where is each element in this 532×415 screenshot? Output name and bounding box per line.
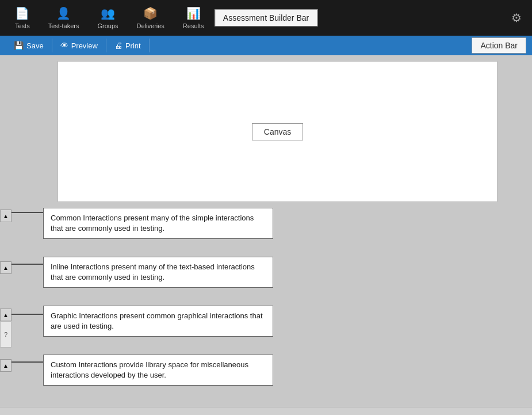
tooltip-inline-text: Inline Interactions present many of the … (51, 262, 255, 281)
groups-label: Groups (97, 22, 118, 29)
groups-icon: 👥 (101, 6, 115, 20)
canvas-label: Canvas (252, 123, 303, 140)
panel-graphic-block: ? (0, 321, 12, 348)
top-navigation: 📄 Tests 👤 Test-takers 👥 Groups 📦 Deliver… (0, 0, 532, 36)
save-icon: 💾 (14, 41, 24, 50)
main-layout: Canvas ▲ ▲ ▲ ? ▲ (0, 55, 532, 415)
action-bar: 💾 Save 👁 Preview 🖨 Print Interaction Act… (0, 36, 532, 55)
panel-custom-arrow[interactable]: ▲ (0, 359, 12, 372)
test-takers-icon: 👤 (56, 6, 71, 20)
panel-common-arrow[interactable]: ▲ (0, 210, 12, 222)
preview-button[interactable]: 👁 Preview (52, 39, 106, 52)
panel-custom: ▲ (0, 359, 12, 372)
gear-icon: ⚙ (511, 12, 522, 24)
results-icon: 📊 (186, 6, 201, 20)
gear-button[interactable]: ⚙ (507, 6, 526, 29)
nav-item-groups[interactable]: 👥 Groups (88, 3, 127, 33)
panel-inline-arrow[interactable]: ▲ (0, 261, 12, 274)
tooltip-common-text: Common Interactions present many of the … (51, 214, 254, 233)
assessment-builder-bar-tooltip: Assessment Builder Bar (215, 9, 317, 26)
print-button[interactable]: 🖨 Print (106, 39, 150, 52)
tests-icon: 📄 (15, 6, 29, 20)
save-label: Save (26, 41, 44, 50)
panel-inline: ▲ (0, 261, 12, 274)
nav-item-tests[interactable]: 📄 Tests (6, 3, 39, 33)
tooltip-graphic-text: Graphic Interactions present common grap… (51, 311, 263, 330)
panel-graphic-arrow[interactable]: ▲ (0, 309, 12, 321)
results-label: Results (183, 22, 204, 29)
nav-item-deliveries[interactable]: 📦 Deliveries (128, 3, 174, 33)
nav-items: 📄 Tests 👤 Test-takers 👥 Groups 📦 Deliver… (6, 3, 213, 33)
panel-common: ▲ (0, 210, 12, 222)
tooltip-graphic-interactions: Graphic Interactions present common grap… (43, 306, 273, 337)
tooltip-custom-text: Custom Interactions provide library spac… (51, 360, 248, 379)
tests-label: Tests (15, 22, 30, 29)
action-bar-tooltip: Action Bar (472, 37, 526, 54)
test-takers-label: Test-takers (48, 22, 79, 29)
horizontal-scrollbar[interactable] (0, 407, 532, 415)
nav-item-test-takers[interactable]: 👤 Test-takers (39, 3, 89, 33)
deliveries-icon: 📦 (143, 6, 158, 20)
canvas-area: Canvas (58, 61, 497, 202)
print-label: Print (125, 41, 141, 50)
panel-graphic: ▲ ? (0, 309, 12, 348)
save-button[interactable]: 💾 Save (6, 39, 52, 52)
nav-item-results[interactable]: 📊 Results (174, 3, 213, 33)
content-area: Canvas ▲ ▲ ▲ ? ▲ (0, 55, 532, 415)
deliveries-label: Deliveries (137, 22, 164, 29)
tooltip-custom-interactions: Custom Interactions provide library spac… (43, 355, 273, 386)
tooltip-common-interactions: Common Interactions present many of the … (43, 208, 273, 239)
preview-label: Preview (71, 41, 98, 50)
tooltip-inline-interactions: Inline Interactions present many of the … (43, 257, 273, 288)
preview-icon: 👁 (60, 41, 68, 50)
print-icon: 🖨 (114, 41, 123, 50)
